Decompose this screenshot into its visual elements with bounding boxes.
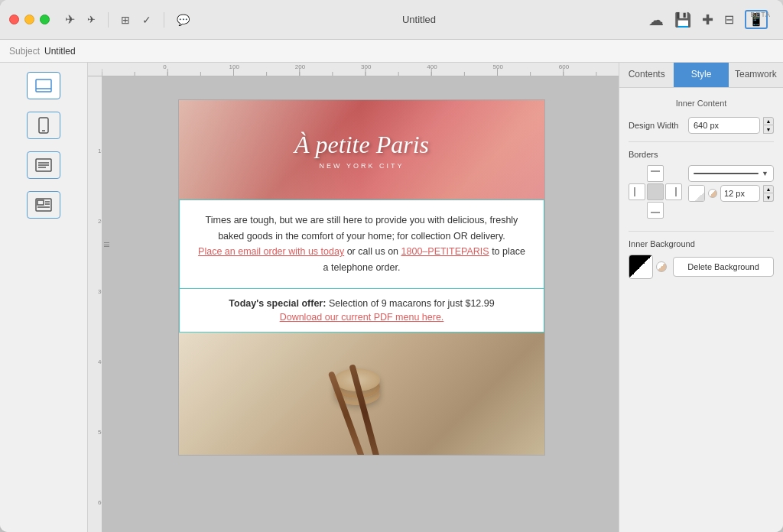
tab-contents[interactable]: Contents [619, 63, 674, 87]
design-width-up[interactable]: ▲ [763, 117, 774, 125]
border-center-btn[interactable] [647, 183, 664, 200]
color-picker-icon[interactable] [708, 189, 717, 198]
email-phone-link[interactable]: 1800–PETITEPARIS [401, 246, 489, 257]
window-title: Untitled [190, 14, 648, 25]
inner-background-label: Inner Background [629, 239, 774, 248]
inner-background-controls: Delete Background [629, 255, 774, 279]
canvas-scroll-area[interactable]: À petite Paris NEW YORK CITY Times are t… [102, 76, 619, 532]
email-macaron-image [179, 332, 544, 455]
main-area: À petite Paris NEW YORK CITY Times are t… [0, 63, 783, 532]
tab-teamwork[interactable]: Teamwork [729, 63, 783, 87]
fullscreen-button[interactable] [40, 15, 50, 24]
bg-color-swatch[interactable] [629, 255, 653, 279]
add-icon[interactable]: ✚ [702, 11, 713, 28]
columns-icon[interactable]: ⊟ [724, 12, 734, 27]
canvas-area: À petite Paris NEW YORK CITY Times are t… [88, 63, 619, 532]
subject-label: Subject [9, 46, 40, 57]
email-body-text: Times are tough, but we are still here t… [198, 212, 525, 276]
right-panel: Contents Style Teamwork Inner Content De… [619, 63, 783, 532]
chat-icon[interactable]: 💬 [177, 14, 190, 26]
toolbar-left: ✈ ✈ ⊞ ✓ 💬 [65, 12, 190, 28]
panel-tabs: Contents Style Teamwork [619, 63, 783, 88]
border-size-down[interactable]: ▼ [763, 193, 774, 202]
layout-icon[interactable]: ⊞ [121, 14, 130, 26]
content-block-button[interactable] [27, 191, 60, 219]
border-row-top [629, 165, 682, 182]
back-icon[interactable]: ✈ [65, 12, 75, 27]
email-header: À petite Paris NEW YORK CITY [179, 100, 544, 200]
border-bottom-btn[interactable] [647, 202, 664, 219]
border-left-btn[interactable] [629, 183, 645, 200]
email-pdf-link[interactable]: Download our current PDF menu here. [198, 312, 525, 323]
border-row-bottom [629, 202, 682, 219]
border-right-btn[interactable] [665, 183, 682, 200]
email-canvas: À petite Paris NEW YORK CITY Times are t… [178, 99, 545, 456]
text-block-button[interactable] [27, 151, 60, 179]
ruler-left [88, 76, 102, 532]
svg-rect-0 [36, 79, 51, 92]
canvas-wrapper: À petite Paris NEW YORK CITY Times are t… [102, 76, 619, 478]
mobile-layout-button[interactable] [27, 112, 60, 139]
border-size-stepper: ▲ ▼ [763, 185, 774, 202]
delete-background-button[interactable]: Delete Background [673, 257, 774, 277]
ruler-top [88, 63, 619, 76]
svg-rect-9 [37, 200, 44, 205]
drag-handle-1[interactable] [102, 240, 111, 249]
border-controls: ▼ 12 px [688, 165, 774, 202]
design-width-control: 640 px ▲ ▼ [688, 117, 774, 134]
tab-style[interactable]: Style [674, 63, 728, 87]
design-width-value: 640 px [694, 121, 719, 130]
email-logo: À petite Paris [294, 131, 429, 159]
borders-grid: ▼ 12 px [629, 165, 774, 219]
border-color-size-row: 12 px ▲ ▼ [688, 185, 774, 202]
close-button[interactable] [9, 15, 19, 24]
email-offer-text: Today's special offer: Selection of 9 ma… [198, 298, 525, 309]
subject-bar: Subject Untitled [0, 40, 783, 63]
subject-value: Untitled [44, 46, 76, 57]
borders-label: Borders [629, 150, 774, 159]
email-offer-section: Today's special offer: Selection of 9 ma… [179, 289, 544, 332]
check-icon[interactable]: ✓ [142, 14, 151, 26]
desktop-layout-button[interactable] [27, 72, 60, 99]
border-size-up[interactable]: ▲ [763, 185, 774, 193]
dropdown-arrow-icon: ▼ [762, 170, 768, 177]
border-selector [629, 165, 682, 219]
border-size-input[interactable]: 12 px [720, 185, 760, 202]
borders-section: Borders [629, 150, 774, 219]
email-tagline: NEW YORK CITY [320, 162, 404, 170]
forward-icon[interactable]: ✈ [87, 14, 96, 25]
minimize-button[interactable] [24, 15, 34, 24]
design-width-row: Design Width 640 px ▲ ▼ [629, 117, 774, 134]
inner-content-title: Inner Content [629, 99, 774, 108]
design-width-label: Design Width [629, 121, 682, 130]
border-row-middle [629, 183, 682, 200]
cloud-icon[interactable]: ☁ [648, 11, 664, 29]
divider-1 [629, 141, 774, 142]
border-style-dropdown[interactable]: ▼ [688, 165, 774, 182]
traffic-lights [9, 15, 50, 24]
design-width-down[interactable]: ▼ [763, 125, 774, 134]
titlebar: ✈ ✈ ⊞ ✓ 💬 Untitled ☁ 💾 ✚ ⊟ 📱 BETA [0, 0, 783, 40]
border-color-swatch[interactable] [688, 185, 705, 202]
left-sidebar [0, 63, 88, 532]
divider-2 [629, 231, 774, 232]
inner-background-section: Inner Background Delete Background [629, 239, 774, 279]
save-icon[interactable]: 💾 [674, 11, 691, 28]
design-width-input[interactable]: 640 px [688, 117, 760, 134]
beta-badge: BETA [750, 11, 771, 18]
email-text-section: Times are tough, but we are still here t… [179, 200, 544, 289]
border-size-value: 12 px [724, 189, 756, 198]
email-order-link[interactable]: Place an email order with us today [198, 246, 344, 257]
bg-color-picker-icon[interactable] [656, 261, 667, 272]
border-top-btn[interactable] [647, 165, 664, 182]
design-width-stepper: ▲ ▼ [763, 117, 774, 134]
panel-content: Inner Content Design Width 640 px ▲ ▼ [619, 88, 783, 532]
